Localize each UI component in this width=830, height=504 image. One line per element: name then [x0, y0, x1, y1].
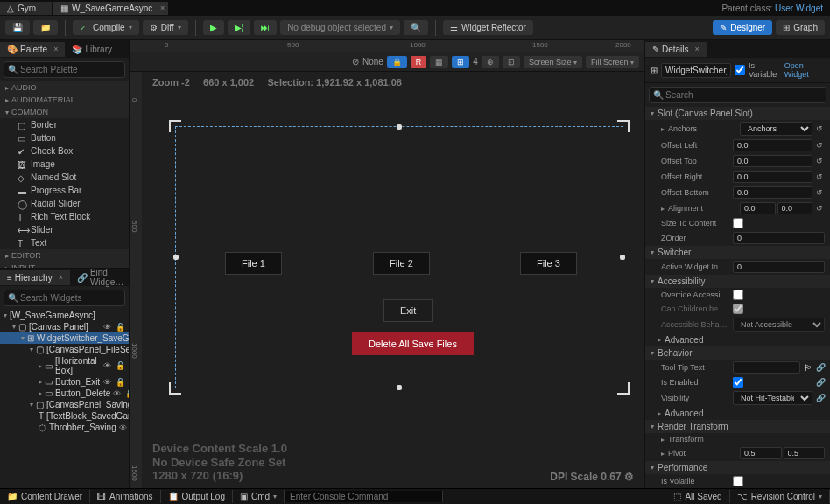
compile-button[interactable]: Compile▾	[73, 20, 139, 35]
eye-icon[interactable]: 👁	[103, 378, 111, 387]
step-button[interactable]: ⏭	[254, 20, 277, 35]
close-icon[interactable]: ×	[59, 273, 63, 282]
volatile-checkbox[interactable]	[733, 476, 743, 486]
library-tab[interactable]: 📚Library	[65, 42, 119, 57]
eye-icon[interactable]: 👁	[119, 424, 127, 432]
bind-widgets-tab[interactable]: 🔗Bind Widge…	[70, 268, 129, 290]
widget-reflector-button[interactable]: ☰ Widget Reflector	[443, 20, 533, 35]
play-options-button[interactable]: ▶¦	[228, 20, 251, 35]
palette-cat-common[interactable]: ▾COMMON	[0, 106, 129, 118]
anchor-tr-icon[interactable]	[617, 120, 630, 132]
hier-throbber[interactable]: ◌Throbber_Saving👁🔓	[0, 422, 129, 433]
handle-right[interactable]	[620, 255, 625, 260]
eye-icon[interactable]: 👁	[103, 323, 111, 332]
visibility-select[interactable]: Not Hit-Testable (S…	[733, 391, 812, 405]
palette-item-text[interactable]: TText	[0, 236, 129, 249]
details-search-input[interactable]	[649, 87, 826, 103]
reset-icon[interactable]: ↺	[816, 124, 825, 133]
save-button[interactable]: 💾	[5, 20, 30, 35]
palette-item-button[interactable]: ▭Button	[0, 131, 129, 144]
section-behavior[interactable]: ▾Behavior	[645, 346, 830, 360]
browse-button[interactable]: 📁	[33, 20, 58, 35]
hier-horizontalbox[interactable]: ▸▭[Horizontal Box]👁🔓	[0, 355, 129, 376]
hier-canvaspanel[interactable]: ▾▢[Canvas Panel]👁🔓	[0, 321, 129, 332]
align-y-input[interactable]	[777, 202, 813, 214]
section-render-transform[interactable]: ▾Render Transform	[645, 420, 830, 433]
exit-button[interactable]: Exit	[383, 299, 433, 322]
palette-item-radialslider[interactable]: ◯Radial Slider	[0, 197, 129, 210]
bind-icon[interactable]: 🔗	[816, 394, 825, 402]
hier-canvaspanel-fileselect[interactable]: ▾▢[CanvasPanel_FileSelect]👁🔓	[0, 344, 129, 355]
section-advanced-1[interactable]: ▸Advanced	[645, 333, 830, 346]
palette-item-namedslot[interactable]: ◇Named Slot	[0, 171, 129, 184]
lock-icon[interactable]: 🔓	[116, 361, 125, 370]
palette-item-border[interactable]: ▢Border	[0, 118, 129, 131]
animations-button[interactable]: 🎞Animations	[90, 490, 160, 503]
editor-tab-savegame[interactable]: ▦ W_SaveGameAsync ×	[53, 2, 168, 15]
enabled-checkbox[interactable]	[733, 377, 743, 388]
hierarchy-tab[interactable]: ≡Hierarchy×	[0, 270, 70, 285]
zoom-none[interactable]: None	[362, 57, 383, 66]
reset-icon[interactable]: ↺	[816, 141, 825, 150]
all-saved-status[interactable]: ⬚All Saved	[666, 490, 729, 503]
loc-button[interactable]: ⊕	[482, 56, 499, 68]
layout-mode-button[interactable]: R	[411, 56, 427, 68]
console-input[interactable]	[285, 491, 442, 502]
section-accessibility[interactable]: ▾Accessibility	[645, 275, 830, 288]
debug-object-select[interactable]: No debug object selected ▾	[280, 20, 400, 35]
palette-item-checkbox[interactable]: ✔Check Box	[0, 144, 129, 158]
details-tab[interactable]: ✎Details×	[645, 42, 707, 57]
section-switcher[interactable]: ▾Switcher	[645, 246, 830, 259]
zorder-input[interactable]	[733, 232, 825, 244]
is-variable-checkbox[interactable]	[735, 65, 745, 75]
play-button[interactable]: ▶	[203, 20, 224, 35]
handle-left[interactable]	[173, 255, 179, 260]
screen-size-select[interactable]: Screen Size ▾	[524, 56, 582, 68]
hier-canvaspanel-saving[interactable]: ▾▢[CanvasPanel_Saving]👁🔓	[0, 399, 129, 410]
palette-cat-audiomaterial[interactable]: ▸AUDIOMATERIAL	[0, 94, 129, 106]
align-x-input[interactable]	[740, 202, 776, 214]
designer-mode-button[interactable]: ✎ Designer	[713, 20, 772, 35]
lock-icon[interactable]: 🔓	[116, 378, 125, 387]
handle-bottom[interactable]	[397, 385, 402, 390]
hier-button-exit[interactable]: ▸▭Button_Exit👁🔓	[0, 376, 129, 388]
gear-icon[interactable]: ⚙	[624, 471, 634, 483]
section-advanced-2[interactable]: ▸Advanced	[645, 407, 830, 420]
palette-cat-editor[interactable]: ▸EDITOR	[0, 249, 129, 262]
eye-icon[interactable]: 👁	[103, 361, 111, 370]
close-icon[interactable]: ×	[53, 45, 58, 53]
outline-button[interactable]: ⊡	[503, 56, 520, 68]
section-performance[interactable]: ▾Performance	[645, 461, 830, 474]
file1-button[interactable]: File 1	[225, 252, 282, 275]
grid-snap-button[interactable]: ⊞	[452, 56, 469, 68]
grid-button[interactable]: ▦	[430, 56, 448, 68]
palette-tab[interactable]: 🎨Palette×	[0, 42, 65, 57]
palette-item-image[interactable]: 🖼Image	[0, 158, 129, 171]
anchors-select[interactable]: Anchors	[740, 122, 812, 136]
fill-screen-select[interactable]: Fill Screen ▾	[586, 56, 639, 68]
lock-icon[interactable]: 🔓	[125, 389, 129, 398]
widget-name-input[interactable]	[661, 63, 731, 78]
snap-toggle[interactable]: 🔒	[387, 56, 407, 68]
file2-button[interactable]: File 2	[373, 252, 430, 275]
pivot-y-input[interactable]	[784, 447, 826, 459]
graph-mode-button[interactable]: ⊞ Graph	[776, 20, 825, 35]
reset-icon[interactable]: ↺	[816, 157, 825, 165]
grid-value[interactable]: 4	[473, 57, 478, 66]
close-icon[interactable]: ×	[695, 45, 700, 53]
palette-search-input[interactable]	[4, 61, 125, 78]
hier-textblock[interactable]: T[TextBlock_SavedGame]👁🔓	[0, 410, 129, 422]
reset-icon[interactable]: ↺	[816, 204, 825, 213]
override-acc-checkbox[interactable]	[733, 290, 743, 300]
offset-left-input[interactable]	[733, 139, 812, 151]
palette-item-slider[interactable]: ⟷Slider	[0, 223, 129, 236]
offset-bottom-input[interactable]	[733, 186, 812, 199]
cmd-button[interactable]: ▣Cmd▾	[233, 490, 285, 503]
anchor-br-icon[interactable]	[617, 382, 630, 395]
hier-widgetswitcher[interactable]: ▾⊞WidgetSwitcher_SaveGameA…👁🔓	[0, 332, 129, 344]
open-widget-link[interactable]: Open Widget	[784, 61, 825, 79]
size-to-content-checkbox[interactable]	[733, 218, 743, 228]
pivot-x-input[interactable]	[740, 447, 782, 459]
flag-icon[interactable]: 🏳	[804, 363, 812, 373]
lock-icon[interactable]: 🔓	[116, 323, 125, 332]
